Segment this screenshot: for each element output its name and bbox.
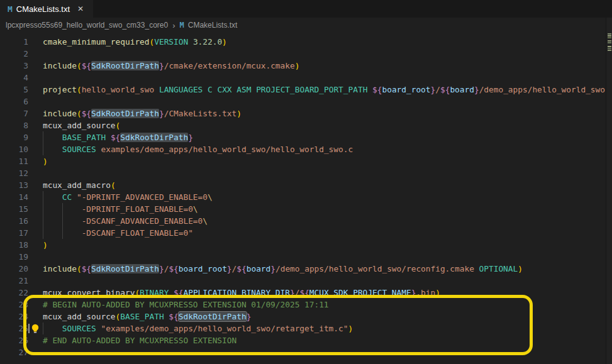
code-line-6[interactable]: 6	[0, 96, 606, 108]
line-number[interactable]: 10	[0, 143, 28, 155]
code-line-21[interactable]: 21	[0, 275, 606, 287]
code-line-8[interactable]: 8mcux_add_source(	[0, 119, 606, 131]
code-text: -DSCANF_ADVANCED_ENABLE=0\	[43, 215, 208, 227]
line-number[interactable]: 18	[0, 239, 28, 251]
line-number[interactable]: 26	[0, 334, 28, 346]
line-number[interactable]: 24	[0, 311, 28, 323]
line-number[interactable]: 23	[0, 299, 28, 311]
code-line-15[interactable]: 15 -DPRINTF_FLOAT_ENABLE=0\	[0, 203, 606, 215]
code-text: include(${SdkRootDirPath}/${board_root}/…	[43, 263, 523, 275]
line-number[interactable]: 2	[0, 48, 28, 60]
glyph-margin	[28, 84, 43, 96]
line-number[interactable]: 14	[0, 191, 28, 203]
code-line-23[interactable]: 23# BEGIN AUTO-ADDED BY MCUXPRESSO EXTEN…	[0, 299, 606, 311]
glyph-margin	[28, 299, 43, 311]
line-number[interactable]: 19	[0, 251, 28, 263]
line-number[interactable]: 25	[0, 323, 28, 334]
indent-guide	[43, 143, 43, 155]
code-text: # BEGIN AUTO-ADDED BY MCUXPRESSO EXTENSI…	[43, 299, 329, 311]
code-line-27[interactable]: 27	[0, 346, 606, 358]
line-number[interactable]: 13	[0, 179, 28, 191]
code-line-13[interactable]: 13mcux_add_macro(	[0, 179, 606, 191]
code-text: mcux_add_macro(	[43, 179, 116, 191]
breadcrumb-folder[interactable]: lpcxpresso55s69_hello_world_swo_cm33_cor…	[6, 21, 168, 30]
glyph-margin	[28, 239, 43, 251]
lightbulb-icon[interactable]	[31, 324, 40, 334]
glyph-margin	[28, 143, 43, 155]
code-line-9[interactable]: 9 BASE_PATH ${SdkRootDirPath}	[0, 131, 606, 143]
code-text: -DSCANF_FLOAT_ENABLE=0"	[43, 227, 193, 239]
close-icon[interactable]: ✕	[77, 5, 84, 13]
tab-label: CMakeLists.txt	[16, 4, 70, 14]
glyph-margin	[28, 72, 43, 84]
code-line-26[interactable]: 26# END AUTO-ADDED BY MCUXPRESSO EXTENSI…	[0, 334, 606, 346]
glyph-margin	[28, 96, 43, 108]
code-lines: 1cmake_minimum_required(VERSION 3.22.0)2…	[0, 33, 606, 358]
line-number[interactable]: 20	[0, 263, 28, 275]
code-text: )	[43, 239, 48, 251]
code-line-20[interactable]: 20include(${SdkRootDirPath}/${board_root…	[0, 263, 606, 275]
line-number[interactable]: 3	[0, 60, 28, 72]
code-line-4[interactable]: 4	[0, 72, 606, 84]
glyph-margin	[28, 36, 43, 48]
line-number[interactable]: 1	[0, 36, 28, 48]
code-line-24[interactable]: 24mcux_add_source(BASE_PATH ${SdkRootDir…	[0, 311, 606, 323]
glyph-margin	[28, 203, 43, 215]
code-text: CC "-DPRINTF_ADVANCED_ENABLE=0\	[43, 191, 213, 203]
code-line-22[interactable]: 22mcux_convert_binary(BINARY ${APPLICATI…	[0, 287, 606, 299]
line-number[interactable]: 21	[0, 275, 28, 287]
code-line-7[interactable]: 7include(${SdkRootDirPath}/CMakeLists.tx…	[0, 108, 606, 119]
code-line-17[interactable]: 17 -DSCANF_FLOAT_ENABLE=0"	[0, 227, 606, 239]
code-text: include(${SdkRootDirPath}/cmake/extensio…	[43, 60, 299, 72]
line-number[interactable]: 9	[0, 131, 28, 143]
code-text: )	[43, 155, 48, 167]
code-line-12[interactable]: 12	[0, 167, 606, 179]
line-number[interactable]: 27	[0, 346, 28, 358]
minimap-mark	[608, 33, 611, 35]
code-line-2[interactable]: 2	[0, 48, 606, 60]
code-line-5[interactable]: 5project(hello_world_swo LANGUAGES C CXX…	[0, 84, 606, 96]
vscode-window: M CMakeLists.txt ✕ lpcxpresso55s69_hello…	[0, 0, 612, 364]
code-text: mcux_convert_binary(BINARY ${APPLICATION…	[43, 287, 440, 299]
code-line-25[interactable]: 25 SOURCES "examples/demo_apps/hello_wor…	[0, 323, 606, 334]
code-editor[interactable]: 1cmake_minimum_required(VERSION 3.22.0)2…	[0, 33, 606, 364]
code-line-10[interactable]: 10 SOURCES examples/demo_apps/hello_worl…	[0, 143, 606, 155]
glyph-margin	[28, 48, 43, 60]
minimap-mark	[608, 40, 611, 41]
tab-cmakelists[interactable]: M CMakeLists.txt ✕	[0, 0, 93, 18]
code-line-19[interactable]: 19	[0, 251, 606, 263]
code-line-18[interactable]: 18)	[0, 239, 606, 251]
code-line-1[interactable]: 1cmake_minimum_required(VERSION 3.22.0)	[0, 36, 606, 48]
code-line-14[interactable]: 14 CC "-DPRINTF_ADVANCED_ENABLE=0\	[0, 191, 606, 203]
line-number[interactable]: 11	[0, 155, 28, 167]
glyph-margin	[28, 108, 43, 119]
line-number[interactable]: 22	[0, 287, 28, 299]
line-number[interactable]: 6	[0, 96, 28, 108]
code-text: mcux_add_source(BASE_PATH ${SdkRootDirPa…	[43, 311, 251, 323]
line-number[interactable]: 15	[0, 203, 28, 215]
glyph-margin	[28, 215, 43, 227]
line-number[interactable]: 5	[0, 84, 28, 96]
line-number[interactable]: 8	[0, 119, 28, 131]
glyph-margin	[28, 263, 43, 275]
breadcrumb: lpcxpresso55s69_hello_world_swo_cm33_cor…	[0, 18, 612, 33]
code-line-16[interactable]: 16 -DSCANF_ADVANCED_ENABLE=0\	[0, 215, 606, 227]
line-number[interactable]: 17	[0, 227, 28, 239]
line-number[interactable]: 7	[0, 108, 28, 119]
glyph-margin	[28, 346, 43, 358]
indent-guide	[43, 191, 43, 203]
cmake-file-icon: M	[8, 4, 13, 14]
line-number[interactable]: 12	[0, 167, 28, 179]
minimap-mark	[608, 42, 611, 43]
code-text: -DPRINTF_FLOAT_ENABLE=0\	[43, 203, 198, 215]
minimap[interactable]	[606, 18, 612, 364]
line-number[interactable]: 4	[0, 72, 28, 84]
minimap-mark	[608, 37, 611, 38]
breadcrumb-file[interactable]: CMakeLists.txt	[188, 21, 238, 30]
line-number[interactable]: 16	[0, 215, 28, 227]
code-line-11[interactable]: 11)	[0, 155, 606, 167]
code-line-3[interactable]: 3include(${SdkRootDirPath}/cmake/extensi…	[0, 60, 606, 72]
glyph-margin	[28, 179, 43, 191]
glyph-margin	[28, 227, 43, 239]
tab-bar: M CMakeLists.txt ✕	[0, 0, 612, 18]
